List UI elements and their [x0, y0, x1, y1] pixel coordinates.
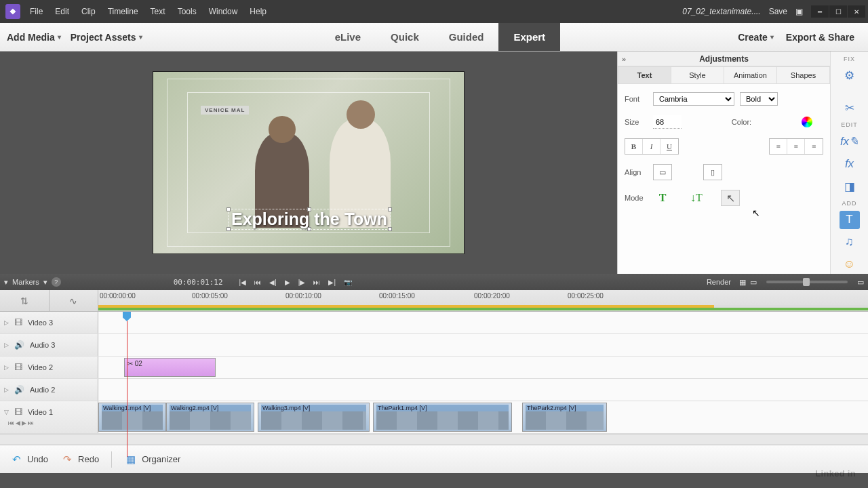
- italic-button[interactable]: I: [643, 139, 660, 154]
- tab-animation[interactable]: Animation: [724, 66, 777, 84]
- video-clip[interactable]: ThePark2.mp4 [V]: [522, 403, 607, 432]
- add-media-button[interactable]: Add Media: [7, 32, 61, 43]
- video-clip[interactable]: ThePark1.mp4 [V]: [373, 403, 512, 432]
- bold-button[interactable]: B: [625, 139, 643, 154]
- video-clip[interactable]: Walking1.mp4 [V]: [98, 403, 166, 432]
- timeline-scrollbar[interactable]: [0, 434, 868, 445]
- music-icon[interactable]: ♫: [840, 233, 860, 251]
- selection-icon[interactable]: ↖: [721, 190, 740, 206]
- markers-menu-icon[interactable]: ▾: [4, 278, 8, 287]
- goto-start-icon[interactable]: |◀: [239, 279, 247, 286]
- render-button[interactable]: Render: [707, 278, 731, 286]
- step-fwd-icon[interactable]: |▶: [298, 279, 306, 286]
- mode-elive[interactable]: eLive: [320, 23, 376, 51]
- vertical-type-icon[interactable]: ↓T: [687, 190, 706, 206]
- minimize-icon[interactable]: ━: [811, 5, 829, 18]
- track-expand-icon[interactable]: ▷: [4, 319, 9, 326]
- font-select[interactable]: Cambria: [653, 92, 734, 106]
- goto-end-icon[interactable]: ▶|: [328, 279, 336, 286]
- title-text-box[interactable]: Exploring the Town: [228, 209, 391, 230]
- menu-window[interactable]: Window: [203, 4, 243, 19]
- play-icon[interactable]: ▶: [285, 279, 290, 286]
- tab-style[interactable]: Style: [671, 66, 724, 84]
- tab-text[interactable]: Text: [618, 66, 671, 84]
- save-button[interactable]: Save: [769, 7, 787, 16]
- track-expand-icon[interactable]: ▷: [4, 364, 9, 371]
- mode-guided[interactable]: Guided: [434, 23, 499, 51]
- track-collapse-icon[interactable]: ▽: [4, 409, 9, 415]
- horizontal-type-icon[interactable]: T: [653, 190, 672, 206]
- menu-text[interactable]: Text: [145, 4, 171, 19]
- timeline-options-icon[interactable]: ⇅: [0, 290, 49, 311]
- underline-button[interactable]: U: [660, 139, 678, 154]
- playhead[interactable]: [127, 312, 127, 457]
- clip-nav-last-icon[interactable]: ⏭: [28, 420, 34, 426]
- menu-help[interactable]: Help: [244, 4, 272, 19]
- next-edit-icon[interactable]: ⏭: [313, 279, 320, 286]
- markers-label[interactable]: Markers: [12, 278, 39, 286]
- menu-timeline[interactable]: Timeline: [102, 4, 144, 19]
- track-content[interactable]: Walking1.mp4 [V] Walking2.mp4 [V] Walkin…: [98, 401, 868, 433]
- titles-icon[interactable]: T: [840, 211, 860, 229]
- zoom-fit-icon[interactable]: ▭: [857, 278, 864, 287]
- menu-edit[interactable]: Edit: [50, 4, 75, 19]
- project-assets-button[interactable]: Project Assets: [71, 32, 142, 43]
- create-button[interactable]: Create: [738, 32, 774, 43]
- font-weight-select[interactable]: Bold: [740, 92, 778, 106]
- text-style-group: B I U: [625, 138, 679, 155]
- snapshot-icon[interactable]: 📷: [344, 279, 352, 286]
- mode-expert[interactable]: Expert: [498, 23, 560, 51]
- video-clip[interactable]: Walking3.mp4 [V]: [258, 403, 370, 432]
- timecode[interactable]: 00:00:01:12: [174, 278, 223, 287]
- size-input[interactable]: [653, 115, 682, 129]
- color-picker-icon[interactable]: [802, 117, 812, 127]
- adjust-icon[interactable]: ⚙: [840, 66, 860, 85]
- clip-nav-first-icon[interactable]: ⏮: [8, 420, 14, 426]
- track-content[interactable]: [98, 379, 868, 401]
- menu-bar: File Edit Clip Timeline Text Tools Windo…: [24, 4, 272, 19]
- fx-icon[interactable]: fx: [840, 155, 860, 173]
- align-left-icon[interactable]: ≡: [770, 139, 787, 154]
- audio-waveform-icon[interactable]: ∿: [49, 290, 98, 311]
- step-back-icon[interactable]: ◀|: [269, 279, 277, 286]
- video-clip[interactable]: Walking2.mp4 [V]: [166, 403, 254, 432]
- track-expand-icon[interactable]: ▷: [4, 342, 9, 348]
- menu-file[interactable]: File: [24, 4, 48, 19]
- organizer-button[interactable]: ▦Organizer: [124, 453, 180, 466]
- title-clip[interactable]: ✂ 02: [124, 358, 216, 377]
- zoom-slider[interactable]: [766, 281, 848, 283]
- close-icon[interactable]: ✕: [848, 5, 865, 18]
- align-right-icon[interactable]: ≡: [805, 139, 823, 154]
- align-vert-icon[interactable]: ▯: [704, 165, 722, 180]
- menu-tools[interactable]: Tools: [172, 4, 202, 19]
- add-section-label: ADD: [842, 200, 856, 207]
- transitions-icon[interactable]: ◨: [840, 178, 860, 196]
- prev-edit-icon[interactable]: ⏮: [254, 279, 261, 286]
- safe-margins-icon[interactable]: ▦: [739, 278, 746, 287]
- menu-clip[interactable]: Clip: [76, 4, 101, 19]
- track-content[interactable]: ✂ 02: [98, 357, 868, 378]
- fullscreen-icon[interactable]: ▣: [795, 7, 803, 16]
- maximize-icon[interactable]: ☐: [829, 5, 847, 18]
- mode-quick[interactable]: Quick: [376, 23, 434, 51]
- export-share-button[interactable]: Export & Share: [786, 32, 854, 43]
- redo-button[interactable]: ↷Redo: [60, 453, 99, 466]
- tab-shapes[interactable]: Shapes: [777, 66, 830, 84]
- align-center-icon[interactable]: ≡: [787, 139, 805, 154]
- clip-nav-next-icon[interactable]: ▶: [22, 420, 26, 426]
- preview-monitor[interactable]: VENICE MAL Exploring the Town: [0, 52, 617, 274]
- time-ruler[interactable]: 00:00:00:00 00:00:05:00 00:00:10:00 00:0…: [98, 290, 868, 311]
- track-content[interactable]: [98, 334, 868, 356]
- align-horiz-icon[interactable]: ▭: [654, 165, 671, 180]
- track-expand-icon[interactable]: ▷: [4, 386, 9, 393]
- panel-collapse-icon[interactable]: »: [622, 55, 626, 63]
- tools-icon[interactable]: ✂: [840, 99, 860, 117]
- fxa-icon[interactable]: fx✎: [840, 132, 860, 150]
- markers-drop-icon[interactable]: ▾: [43, 278, 47, 287]
- track-content[interactable]: [98, 312, 868, 333]
- help-icon[interactable]: ?: [52, 277, 61, 287]
- graphics-icon[interactable]: ☺: [840, 256, 860, 274]
- clip-nav-prev-icon[interactable]: ◀: [16, 420, 20, 426]
- undo-button[interactable]: ↶Undo: [9, 453, 48, 466]
- fullscreen-preview-icon[interactable]: ▭: [750, 278, 757, 287]
